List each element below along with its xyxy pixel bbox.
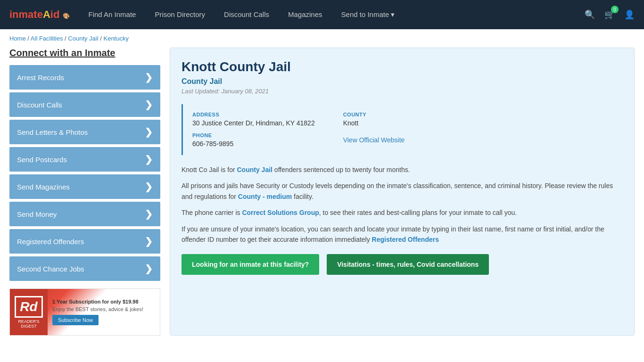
nav-magazines[interactable]: Magazines: [288, 10, 322, 19]
facility-subtitle: County Jail: [182, 77, 623, 86]
facility-updated: Last Updated: January 08, 2021: [182, 88, 623, 95]
breadcrumb-home[interactable]: Home: [9, 35, 26, 42]
breadcrumb: Home / All Facilities / County Jail / Ke…: [0, 29, 644, 48]
chevron-right-icon: ❯: [145, 126, 153, 138]
sidebar-item-second-chance-jobs[interactable]: Second Chance Jobs ❯: [9, 256, 160, 281]
breadcrumb-kentucky[interactable]: Kentucky: [103, 35, 128, 42]
breadcrumb-county-jail[interactable]: County Jail: [68, 35, 98, 42]
logo-text: inmateAid 🎨: [9, 8, 70, 21]
nav-prison-directory[interactable]: Prison Directory: [155, 10, 205, 19]
chevron-right-icon: ❯: [145, 72, 153, 83]
looking-for-inmate-button[interactable]: Looking for an inmate at this facility?: [182, 254, 319, 275]
ad-brand-name: READER'SDIGEST: [18, 319, 39, 329]
sidebar-item-label: Send Magazines: [17, 183, 70, 191]
action-buttons: Looking for an inmate at this facility? …: [182, 254, 623, 275]
sidebar-item-send-money[interactable]: Send Money ❯: [9, 202, 160, 226]
registered-offenders-link[interactable]: Registered Offenders: [372, 236, 439, 243]
user-icon[interactable]: 👤: [624, 9, 635, 20]
county-label: COUNTY: [343, 112, 405, 117]
sidebar-item-label: Second Chance Jobs: [17, 265, 84, 273]
county-value: Knott: [343, 119, 405, 127]
sidebar-item-send-letters[interactable]: Send Letters & Photos ❯: [9, 120, 160, 144]
sidebar-item-discount-calls[interactable]: Discount Calls ❯: [9, 92, 160, 117]
navbar: inmateAid 🎨 Find An Inmate Prison Direct…: [0, 0, 644, 29]
visitations-button[interactable]: Visitations - times, rules, Covid cancel…: [327, 254, 489, 275]
county-col: COUNTY Knott View Official Website: [343, 112, 405, 148]
sidebar-item-label: Send Postcards: [17, 156, 67, 164]
sidebar-item-label: Arrest Records: [17, 74, 64, 82]
connect-title: Connect with an Inmate: [9, 48, 160, 58]
sidebar: Connect with an Inmate Arrest Records ❯ …: [9, 48, 160, 336]
facility-title: Knott County Jail: [182, 59, 623, 74]
facility-info-grid: ADDRESS 30 Justice Center Dr, Hindman, K…: [182, 104, 623, 155]
sidebar-item-arrest-records[interactable]: Arrest Records ❯: [9, 65, 160, 90]
county-medium-link[interactable]: County - medium: [238, 193, 292, 200]
ad-rd-logo: Rd: [15, 296, 42, 318]
facility-content: Knott County Jail County Jail Last Updat…: [170, 48, 635, 336]
nav-right: 🔍 🛒 0 👤: [585, 9, 635, 20]
cart-icon[interactable]: 🛒 0: [604, 9, 615, 20]
chevron-right-icon: ❯: [145, 154, 153, 165]
facility-description: Knott Co Jail is for County Jail offende…: [182, 165, 623, 245]
sidebar-item-label: Discount Calls: [17, 101, 62, 109]
desc-p2: All prisons and jails have Security or C…: [182, 181, 623, 202]
ad-logo-area: Rd READER'SDIGEST: [10, 289, 48, 335]
nav-find-inmate[interactable]: Find An Inmate: [89, 10, 136, 19]
chevron-right-icon: ❯: [145, 236, 153, 247]
nav-discount-calls[interactable]: Discount Calls: [224, 10, 269, 19]
chevron-right-icon: ❯: [145, 99, 153, 110]
phone-label: PHONE: [192, 132, 315, 138]
nav-links: Find An Inmate Prison Directory Discount…: [89, 10, 585, 19]
county-jail-link[interactable]: County Jail: [237, 166, 272, 173]
desc-p3: The phone carrier is Correct Solutions G…: [182, 207, 623, 218]
sidebar-item-label: Send Letters & Photos: [17, 128, 88, 136]
search-icon[interactable]: 🔍: [585, 9, 595, 20]
ad-subscribe-button[interactable]: Subscribe Now: [52, 315, 99, 325]
cart-badge: 0: [611, 6, 619, 13]
address-label: ADDRESS: [192, 112, 315, 117]
chevron-right-icon: ❯: [145, 208, 153, 220]
address-value: 30 Justice Center Dr, Hindman, KY 41822: [192, 119, 315, 127]
desc-p4: If you are unsure of your inmate's locat…: [182, 224, 623, 245]
ad-title: 1 Year Subscription for only $19.98: [52, 299, 155, 304]
breadcrumb-all-facilities[interactable]: All Facilities: [31, 35, 63, 42]
address-col: ADDRESS 30 Justice Center Dr, Hindman, K…: [192, 112, 315, 148]
desc-p1: Knott Co Jail is for County Jail offende…: [182, 165, 623, 175]
nav-send-to-inmate[interactable]: Send to Inmate ▾: [341, 10, 395, 19]
logo[interactable]: inmateAid 🎨: [9, 8, 70, 21]
official-website-link[interactable]: View Official Website: [343, 136, 405, 144]
sidebar-item-label: Registered Offenders: [17, 238, 84, 246]
sidebar-item-label: Send Money: [17, 210, 57, 218]
sidebar-item-registered-offenders[interactable]: Registered Offenders ❯: [9, 229, 160, 254]
chevron-right-icon: ❯: [145, 181, 153, 192]
sidebar-item-send-postcards[interactable]: Send Postcards ❯: [9, 147, 160, 172]
main-content: Connect with an Inmate Arrest Records ❯ …: [0, 48, 644, 345]
correct-solutions-link[interactable]: Correct Solutions Group: [242, 209, 319, 216]
chevron-right-icon: ❯: [145, 263, 153, 274]
sidebar-item-send-magazines[interactable]: Send Magazines ❯: [9, 174, 160, 199]
ad-subtitle: Enjoy the BEST stories, advice & jokes!: [52, 306, 155, 312]
ad-content: 1 Year Subscription for only $19.98 Enjo…: [48, 294, 160, 330]
ad-banner: Rd READER'SDIGEST 1 Year Subscription fo…: [9, 288, 160, 336]
phone-value: 606-785-9895: [192, 140, 315, 148]
